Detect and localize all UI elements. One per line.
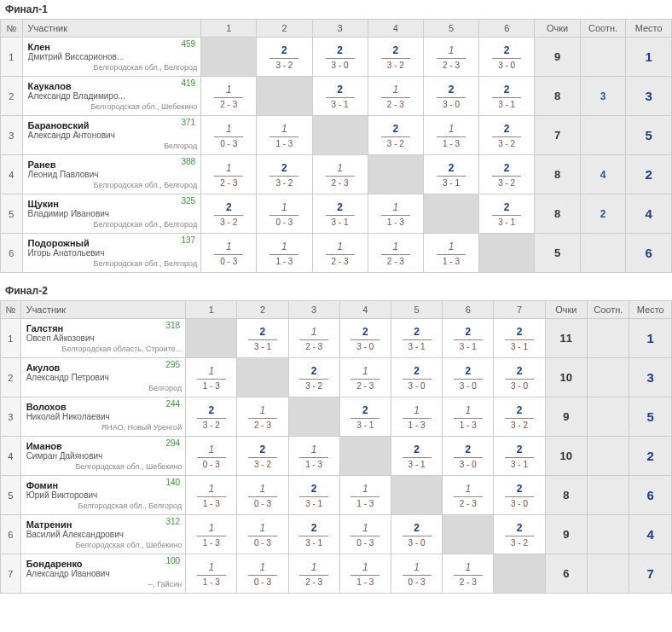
participant-cell: 137ПодорожныйИгорь АнатольевичБелгородск… [22, 234, 201, 273]
row-points: 6 [545, 554, 587, 594]
cell-points: 2 [414, 365, 420, 379]
score-cell: 23 - 1 [494, 437, 545, 476]
cell-score: 3 - 1 [492, 97, 521, 109]
participant-region: --, Гайсин [26, 578, 182, 589]
cell-score: 3 - 2 [492, 136, 521, 148]
cell-points: 1 [392, 201, 398, 215]
participant-surname: Иманов [26, 441, 182, 451]
cell-score: 3 - 2 [299, 379, 328, 391]
cell-points: 1 [208, 444, 214, 457]
cell-points: 1 [208, 561, 214, 575]
score-cell: 23 - 1 [479, 194, 535, 234]
cell-points: 2 [504, 123, 510, 136]
score-cell: 23 - 1 [288, 515, 339, 554]
cell-score: 3 - 1 [403, 457, 432, 469]
row-ratio: 2 [580, 194, 626, 234]
row-num: 6 [1, 234, 23, 273]
cell-points: 2 [504, 162, 510, 176]
header-round-2: 2 [257, 20, 312, 38]
cell-points: 1 [281, 241, 287, 254]
cell-score: 0 - 3 [350, 536, 379, 548]
cell-points: 2 [517, 365, 523, 379]
score-cell: 12 - 3 [339, 358, 391, 397]
cell-score: 3 - 0 [326, 58, 355, 70]
cell-score: 3 - 0 [403, 536, 432, 548]
score-cell [391, 476, 442, 515]
row-place: 7 [629, 554, 672, 594]
cell-score: 3 - 1 [299, 536, 328, 548]
cell-score: 3 - 0 [454, 457, 483, 469]
group-title: Финал-2 [0, 281, 672, 300]
cell-points: 2 [392, 44, 398, 58]
score-cell [201, 38, 257, 77]
row-ratio [580, 234, 626, 273]
table-row: 4388РаневЛеонид ПавловичБелгородская обл… [1, 155, 672, 194]
cell-points: 1 [362, 561, 368, 575]
row-num: 4 [1, 155, 23, 194]
cell-score: 3 - 1 [299, 496, 328, 508]
row-num: 1 [1, 38, 23, 77]
participant-rating: 459 [181, 39, 195, 49]
cell-points: 1 [208, 483, 214, 496]
header-round-3: 3 [288, 301, 339, 319]
row-num: 6 [1, 515, 21, 554]
cell-score: 2 - 3 [214, 176, 243, 188]
cell-points: 1 [226, 241, 232, 254]
header-place: Место [626, 20, 672, 38]
row-ratio [580, 116, 626, 155]
score-cell: 11 - 3 [257, 234, 312, 273]
cell-points: 2 [449, 162, 455, 176]
participant-region: Белгородская обл., Белгород [26, 500, 182, 510]
score-cell: 12 - 3 [201, 155, 257, 194]
cell-score: 3 - 0 [437, 97, 466, 109]
header-points: Очки [535, 20, 581, 38]
participant-fullname: Николай Николаевич [26, 412, 154, 421]
cell-score: 3 - 2 [269, 58, 298, 70]
participant-fullname: Овсеп Айкозович [26, 333, 154, 343]
row-num: 5 [1, 476, 21, 515]
score-cell: 11 - 3 [423, 116, 478, 155]
cell-score: 3 - 2 [214, 215, 243, 227]
score-cell: 23 - 1 [443, 319, 494, 358]
score-cell: 23 - 2 [479, 155, 535, 194]
score-cell: 23 - 1 [494, 319, 545, 358]
cell-points: 1 [260, 522, 266, 536]
header-round-5: 5 [423, 20, 478, 38]
score-cell: 23 - 2 [288, 358, 339, 397]
participant-rating: 295 [165, 360, 180, 369]
row-points: 8 [545, 476, 587, 515]
cell-score: 2 - 3 [381, 254, 410, 266]
cell-score: 2 - 3 [299, 339, 328, 351]
participant-rating: 294 [165, 438, 180, 448]
cell-points: 1 [465, 404, 471, 418]
participant-fullname: Дмитрий Виссарионов... [28, 52, 156, 61]
cell-points: 2 [337, 44, 343, 58]
cell-score: 2 - 3 [437, 58, 466, 70]
row-place: 2 [629, 437, 672, 476]
row-points: 8 [535, 194, 581, 234]
results-table: №Участник123456ОчкиСоотн.Место1459КленДм… [0, 19, 672, 273]
participant-surname: Каукалов [28, 81, 198, 91]
cell-score: 1 - 3 [437, 136, 466, 148]
cell-score: 3 - 1 [454, 339, 483, 351]
participant-rating: 371 [181, 118, 195, 127]
cell-score: 3 - 1 [248, 339, 277, 351]
header-points: Очки [545, 301, 587, 319]
score-cell [339, 437, 391, 476]
cell-score: 3 - 2 [492, 176, 521, 188]
row-num: 3 [1, 116, 23, 155]
cell-score: 0 - 3 [248, 496, 277, 508]
cell-points: 2 [281, 44, 287, 58]
cell-score: 3 - 2 [505, 418, 534, 430]
participant-region: Белгород [26, 382, 182, 392]
score-cell: 10 - 3 [186, 437, 237, 476]
cell-score: 3 - 2 [381, 136, 410, 148]
score-cell: 11 - 3 [368, 194, 423, 234]
cell-score: 3 - 1 [437, 176, 466, 188]
participant-region: Белгород [28, 140, 198, 150]
score-cell: 11 - 3 [186, 515, 237, 554]
row-points: 8 [535, 77, 581, 116]
cell-score: 1 - 3 [269, 136, 298, 148]
group-1: Финал-2№Участник1234567ОчкиСоотн.Место13… [0, 281, 672, 594]
cell-score: 1 - 3 [197, 496, 226, 508]
